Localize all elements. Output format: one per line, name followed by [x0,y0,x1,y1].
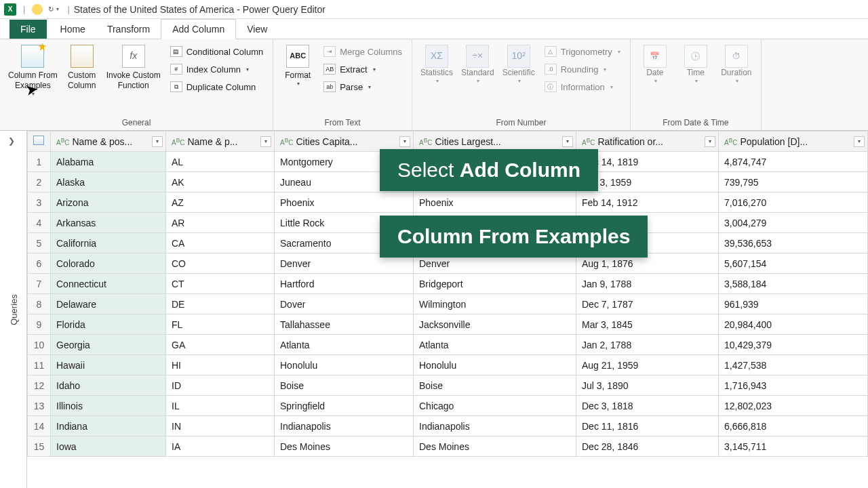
filter-dropdown-icon[interactable]: ▾ [152,136,163,147]
duration-button[interactable]: ⏱ Duration ▾ [716,42,757,87]
cell-name[interactable]: Florida [51,314,166,335]
cell-population[interactable]: 3,145,711 [719,436,868,457]
cell-abbr[interactable]: AR [166,213,275,233]
row-number[interactable]: 7 [28,274,51,294]
cell-population[interactable]: 6,666,818 [719,416,868,436]
cell-abbr[interactable]: ID [166,375,275,396]
cell-capital[interactable]: Indianapolis [275,416,414,436]
row-number[interactable]: 10 [28,335,51,355]
row-number[interactable]: 15 [28,436,51,457]
cell-date[interactable]: Mar 3, 1845 [576,314,719,335]
information-button[interactable]: ⓘ Information ▾ [542,80,623,94]
invoke-custom-function-button[interactable]: fx Invoke Custom Function [102,42,165,94]
cell-largest[interactable]: Jacksonville [414,314,576,335]
parse-button[interactable]: ab Parse ▾ [321,80,405,94]
cell-abbr[interactable]: AZ [166,192,275,213]
column-header[interactable]: ABCCities Capita...▾ [275,131,414,152]
cell-largest[interactable]: Phoenix [414,192,576,213]
conditional-column-button[interactable]: ▤ Conditional Column [167,45,266,58]
cell-capital[interactable]: Hartford [275,274,414,294]
filter-dropdown-icon[interactable]: ▾ [854,136,865,147]
cell-abbr[interactable]: AK [166,172,275,192]
cell-date[interactable]: Dec 11, 1816 [576,416,719,436]
row-number[interactable]: 1 [28,152,51,172]
cell-abbr[interactable]: DE [166,294,275,314]
cell-date[interactable]: Jan 2, 1788 [576,335,719,355]
cell-population[interactable]: 39,536,653 [719,233,868,253]
cell-population[interactable]: 1,716,943 [719,375,868,396]
cell-name[interactable]: Iowa [51,436,166,457]
cell-capital[interactable]: Atlanta [275,335,414,355]
standard-button[interactable]: ÷× Standard ▾ [457,42,498,87]
filter-dropdown-icon[interactable]: ▾ [562,136,573,147]
cell-name[interactable]: Arizona [51,192,166,213]
cell-name[interactable]: Arkansas [51,213,166,233]
cell-abbr[interactable]: GA [166,335,275,355]
custom-column-button[interactable]: Custom Column [62,42,102,94]
cell-largest[interactable]: Boise [414,375,576,396]
cell-largest[interactable]: Bridgeport [414,274,576,294]
cell-name[interactable]: Illinois [51,396,166,416]
cell-name[interactable]: Indiana [51,416,166,436]
statistics-button[interactable]: XΣ Statistics ▾ [416,42,457,87]
table-row[interactable]: 9FloridaFLTallahasseeJacksonvilleMar 3, … [28,314,868,335]
tab-add-column[interactable]: Add Column [161,19,236,39]
tab-file[interactable]: File [9,20,47,39]
row-number[interactable]: 9 [28,314,51,335]
table-row[interactable]: 15IowaIADes MoinesDes MoinesDec 28, 1846… [28,436,868,457]
cell-name[interactable]: Connecticut [51,274,166,294]
table-row[interactable]: 13IllinoisILSpringfieldChicagoDec 3, 181… [28,396,868,416]
row-number[interactable]: 12 [28,375,51,396]
cell-abbr[interactable]: AL [166,152,275,172]
cell-capital[interactable]: Dover [275,294,414,314]
row-number[interactable]: 13 [28,396,51,416]
cell-capital[interactable]: Tallahassee [275,314,414,335]
row-number[interactable]: 6 [28,253,51,274]
cell-population[interactable]: 4,874,747 [719,152,868,172]
cell-largest[interactable]: Des Moines [414,436,576,457]
row-number[interactable]: 2 [28,172,51,192]
cell-capital[interactable]: Honolulu [275,355,414,375]
cell-largest[interactable]: Indianapolis [414,416,576,436]
row-number[interactable]: 8 [28,294,51,314]
cell-abbr[interactable]: CA [166,233,275,253]
row-number[interactable]: 14 [28,416,51,436]
cell-abbr[interactable]: IN [166,416,275,436]
cell-name[interactable]: Alabama [51,152,166,172]
table-row[interactable]: 12IdahoIDBoiseBoiseJul 3, 18901,716,943 [28,375,868,396]
table-row[interactable]: 14IndianaINIndianapolisIndianapolisDec 1… [28,416,868,436]
cell-capital[interactable]: Des Moines [275,436,414,457]
merge-columns-button[interactable]: ⇥ Merge Columns [321,45,405,58]
cell-abbr[interactable]: CT [166,274,275,294]
row-number[interactable]: 3 [28,192,51,213]
cell-population[interactable]: 20,984,400 [719,314,868,335]
index-column-button[interactable]: # Index Column ▾ [167,62,266,76]
column-header[interactable]: ABCPopulation [D]...▾ [719,131,868,152]
trigonometry-button[interactable]: △ Trigonometry ▾ [542,45,623,58]
cell-name[interactable]: Colorado [51,253,166,274]
refresh-icon[interactable]: ↻ [48,5,54,13]
time-button[interactable]: 🕒 Time ▾ [675,42,716,87]
cell-date[interactable]: Feb 14, 1912 [576,192,719,213]
row-number[interactable]: 5 [28,233,51,253]
filter-dropdown-icon[interactable]: ▾ [705,136,715,147]
row-number[interactable]: 11 [28,355,51,375]
cell-capital[interactable]: Boise [275,375,414,396]
duplicate-column-button[interactable]: ⧉ Duplicate Column [167,80,266,94]
column-header[interactable]: ABCCities Largest...▾ [414,131,576,152]
cell-population[interactable]: 3,588,184 [719,274,868,294]
cell-population[interactable]: 7,016,270 [719,192,868,213]
table-row[interactable]: 10GeorgiaGAAtlantaAtlantaJan 2, 178810,4… [28,335,868,355]
cell-date[interactable]: Dec 7, 1787 [576,294,719,314]
cell-population[interactable]: 12,802,023 [719,396,868,416]
cell-population[interactable]: 739,795 [719,172,868,192]
tab-view[interactable]: View [236,20,278,39]
table-row[interactable]: 7ConnecticutCTHartfordBridgeportJan 9, 1… [28,274,868,294]
column-from-examples-button[interactable]: Column From Examples ▾ [4,42,62,100]
cell-name[interactable]: Hawaii [51,355,166,375]
cell-population[interactable]: 961,939 [719,294,868,314]
cell-abbr[interactable]: IA [166,436,275,457]
smiley-icon[interactable] [32,4,43,15]
cell-population[interactable]: 5,607,154 [719,253,868,274]
scientific-button[interactable]: 10² Scientific ▾ [498,42,539,87]
